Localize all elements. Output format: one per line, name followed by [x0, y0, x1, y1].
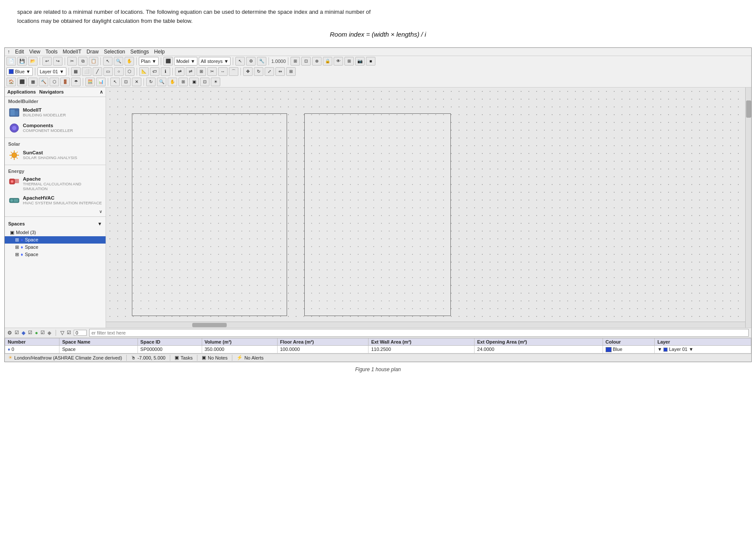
navigators-label[interactable]: Navigators: [39, 89, 64, 94]
filter-gear-icon[interactable]: ⚙: [7, 330, 12, 336]
calc-btn[interactable]: 🧮: [85, 78, 95, 86]
filter-checkbox-4[interactable]: ☑: [67, 330, 71, 335]
filter-checkbox-2[interactable]: ☑: [28, 330, 32, 335]
filter-checkbox-3[interactable]: ☑: [41, 330, 45, 335]
col-ext-opening[interactable]: Ext Opening Area (m²): [475, 338, 603, 345]
undo-btn[interactable]: ↩: [42, 57, 52, 66]
orbit-btn[interactable]: ↻: [146, 78, 156, 86]
col-ext-wall[interactable]: Ext Wall Area (m²): [369, 338, 475, 345]
layer-dropdown-cell[interactable]: ▼: [689, 347, 694, 352]
layer-chevron-cell[interactable]: ▼: [657, 347, 662, 352]
horizontal-scrollbar[interactable]: [106, 322, 745, 328]
construct-btn[interactable]: 🔨: [39, 78, 48, 86]
col-volume[interactable]: Volume (m³): [202, 338, 277, 345]
measure-btn[interactable]: 📐: [139, 67, 149, 76]
mirror-btn[interactable]: ⇔: [275, 67, 285, 76]
arrow-btn[interactable]: ↖: [235, 57, 245, 66]
expand-icon[interactable]: ∧: [100, 89, 103, 95]
cursor-btn[interactable]: ↖: [110, 78, 120, 86]
space-item-3[interactable]: ⊞ ♦ Space: [5, 251, 106, 258]
split-btn[interactable]: ⇄: [175, 67, 184, 76]
window-btn[interactable]: ⬡: [50, 78, 59, 86]
zoom-btn[interactable]: 🔍: [114, 57, 123, 66]
draw-rect-btn[interactable]: ▭: [103, 67, 113, 76]
notes-status[interactable]: ▣ No Notes: [202, 355, 228, 360]
menu-tools[interactable]: Tools: [45, 49, 57, 55]
draw-line-btn[interactable]: ╱: [93, 67, 102, 76]
join-btn[interactable]: ⇌: [186, 67, 195, 76]
canvas-area[interactable]: [106, 88, 751, 328]
components-item[interactable]: Components COMPONENT MODELLER: [5, 120, 106, 136]
lock-btn[interactable]: 🔒: [323, 57, 332, 66]
apachehvac-expand[interactable]: ∨: [5, 208, 106, 215]
report-btn[interactable]: 📊: [96, 78, 106, 86]
snap-btn[interactable]: ⊞: [291, 57, 300, 66]
tag-btn[interactable]: 🏷: [150, 67, 159, 76]
col-space-id[interactable]: Space ID: [137, 338, 202, 345]
select-btn[interactable]: ↖: [103, 57, 112, 66]
paste-btn[interactable]: 📋: [89, 57, 98, 66]
sun-analysis-btn[interactable]: ☀: [211, 78, 220, 86]
layer-dropdown[interactable]: Layer 01 ▼: [37, 67, 66, 76]
more-btn[interactable]: ⊞: [344, 57, 354, 66]
zone-btn[interactable]: ⬛: [17, 78, 27, 86]
offset-btn[interactable]: ⊞: [197, 67, 206, 76]
table-scroll[interactable]: Number Space Name Space ID Volume (m³) F…: [5, 338, 751, 354]
filter-input[interactable]: [89, 329, 749, 337]
pan-btn[interactable]: ✋: [125, 57, 134, 66]
layer-btn[interactable]: ■: [366, 57, 375, 66]
ortho-btn[interactable]: ⊕: [312, 57, 322, 66]
vis-btn[interactable]: 👁: [334, 57, 343, 66]
section-btn[interactable]: ⊡: [200, 78, 209, 86]
draw-poly-btn[interactable]: ⬡: [125, 67, 134, 76]
draw-wall-btn[interactable]: ▦: [71, 67, 81, 76]
space-item-2[interactable]: ⊞ ♦ Space: [5, 244, 106, 251]
horizontal-scrollbar-thumb[interactable]: [192, 323, 227, 327]
draw-room-btn[interactable]: ⬜: [82, 67, 91, 76]
tasks-status[interactable]: ▣ Tasks: [175, 355, 193, 360]
save-btn[interactable]: 💾: [17, 57, 27, 66]
3d-btn[interactable]: ⬛: [163, 57, 173, 66]
col-floor-area[interactable]: Floor Area (m²): [277, 338, 368, 345]
deselect-btn[interactable]: ✕: [132, 78, 141, 86]
pan2-btn[interactable]: ✋: [168, 78, 177, 86]
col-colour[interactable]: Colour: [603, 338, 654, 345]
alerts-status[interactable]: ⚡ No Alerts: [237, 355, 264, 360]
tools-btn2[interactable]: ⚙: [246, 57, 256, 66]
surface-btn[interactable]: ▦: [28, 78, 37, 86]
menu-up-arrow[interactable]: ↑: [7, 49, 10, 55]
menu-help[interactable]: Help: [154, 49, 165, 55]
tools-btn3[interactable]: 🔧: [257, 57, 266, 66]
select2-btn[interactable]: ⊡: [121, 78, 131, 86]
extend-btn[interactable]: ↔: [218, 67, 228, 76]
space-item-1[interactable]: ⊞ ♦ Space: [5, 236, 106, 244]
view3d-btn[interactable]: ▣: [189, 78, 199, 86]
door-btn[interactable]: 🚪: [60, 78, 70, 86]
model-tree-root[interactable]: ▣ Model (3): [5, 229, 106, 236]
menu-selection[interactable]: Selection: [104, 49, 125, 55]
menu-modelit[interactable]: ModelIT: [63, 49, 81, 55]
draw-circ-btn[interactable]: ○: [114, 67, 124, 76]
vertical-scrollbar[interactable]: [745, 88, 751, 328]
apache-item[interactable]: Apache THERMAL CALCULATION AND SIMULATIO…: [5, 175, 106, 193]
vertical-scrollbar-thumb[interactable]: [746, 100, 751, 118]
array-btn[interactable]: ⊞: [286, 67, 296, 76]
prop-btn[interactable]: ℹ: [161, 67, 170, 76]
blue-dropdown[interactable]: Blue ▼: [6, 67, 33, 76]
menu-view[interactable]: View: [29, 49, 41, 55]
spaces-header[interactable]: Spaces ▼: [8, 220, 102, 227]
open-btn[interactable]: 📂: [28, 57, 37, 66]
copy-btn[interactable]: ⧉: [78, 57, 87, 66]
col-number[interactable]: Number: [5, 338, 59, 345]
zoom2-btn[interactable]: 🔍: [157, 78, 166, 86]
menu-settings[interactable]: Settings: [130, 49, 149, 55]
suncast-item[interactable]: SunCast SOLAR SHADING ANALYSIS: [5, 147, 106, 163]
menu-edit[interactable]: Edit: [15, 49, 24, 55]
storeys-dropdown[interactable]: All storeys ▼: [199, 57, 231, 66]
scale-btn[interactable]: ⤢: [265, 67, 274, 76]
fit-btn[interactable]: ⊞: [178, 78, 188, 86]
menu-draw[interactable]: Draw: [87, 49, 99, 55]
applications-label[interactable]: Applications: [7, 89, 36, 94]
grid-btn[interactable]: ⊡: [301, 57, 311, 66]
apachehvac-item[interactable]: ApacheHVAC HVAC SYSTEM SIMULATION INTERF…: [5, 193, 106, 208]
